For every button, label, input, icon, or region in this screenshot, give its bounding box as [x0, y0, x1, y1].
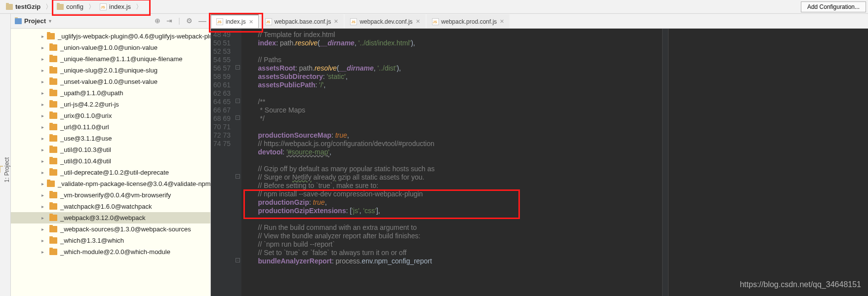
collapse-icon[interactable]: ⇥ — [166, 17, 172, 26]
editor-tab[interactable]: webpack.prod.conf.js✕ — [427, 14, 510, 28]
dropdown-icon: ▼ — [48, 19, 52, 24]
editor-tab[interactable]: webpack.base.conf.js✕ — [260, 14, 344, 28]
gear-icon[interactable]: ⚙ — [186, 17, 193, 26]
tree-item[interactable]: ▸_unique-filename@1.1.1@unique-filename — [11, 53, 210, 65]
expand-arrow-icon[interactable]: ▸ — [41, 181, 44, 186]
tree-item-label: _use@3.1.1@use — [60, 135, 112, 142]
tree-item[interactable]: ▸_use@3.1.1@use — [11, 133, 210, 144]
target-icon[interactable]: ⊕ — [155, 17, 160, 26]
expand-arrow-icon[interactable]: ▸ — [41, 79, 46, 84]
project-toolbar: ⊕ ⇥ | ⚙ — — [155, 17, 206, 26]
tree-item[interactable]: ▸_uglifyjs-webpack-plugin@0.4.6@uglifyjs… — [11, 31, 210, 42]
tree-item[interactable]: ▸_util@0.10.4@util — [11, 155, 210, 167]
breadcrumb-label: index.js — [109, 3, 131, 10]
fold-marker-icon[interactable]: − — [236, 65, 240, 70]
tree-item-label: _unset-value@1.0.0@unset-value — [60, 78, 158, 85]
project-pane: Project ▼ ⊕ ⇥ | ⚙ — ▸_uglifyjs-webpack-p… — [11, 14, 211, 296]
tree-item[interactable]: ▸_unset-value@1.0.0@unset-value — [11, 76, 210, 87]
tree-item[interactable]: ▸_webpack@3.12.0@webpack — [11, 212, 210, 223]
code-content[interactable]: // Template for index.html index: path.r… — [241, 29, 662, 296]
folder-icon — [49, 192, 57, 198]
tree-item-label: _which-module@2.0.0@which-module — [60, 248, 170, 256]
code-editor[interactable]: 48 49 50 51 52 53 54 55 56 57 58 59 60 6… — [211, 29, 868, 296]
tree-item-label: _validate-npm-package-license@3.0.4@vali… — [58, 180, 210, 187]
close-icon[interactable]: ✕ — [500, 18, 504, 25]
folder-icon — [49, 124, 57, 130]
error-stripe[interactable] — [662, 29, 668, 296]
expand-arrow-icon[interactable]: ▸ — [41, 45, 46, 50]
tree-item[interactable]: ▸_which-module@2.0.0@which-module — [11, 246, 210, 258]
breadcrumb-item-root[interactable]: testGzip — [2, 2, 44, 11]
breadcrumb-label: testGzip — [15, 3, 40, 10]
tree-item[interactable]: ▸_webpack-sources@1.3.0@webpack-sources — [11, 223, 210, 235]
editor-tab[interactable]: index.js✕ — [211, 14, 259, 28]
folder-icon — [49, 112, 57, 119]
expand-arrow-icon[interactable]: ▸ — [41, 124, 46, 130]
expand-arrow-icon[interactable]: ▸ — [41, 204, 46, 209]
expand-arrow-icon[interactable]: ▸ — [41, 170, 46, 175]
divider: | — [178, 17, 180, 26]
js-file-icon — [432, 18, 439, 25]
breadcrumb-item-file[interactable]: index.js — [96, 2, 135, 11]
expand-arrow-icon[interactable]: ▸ — [41, 136, 46, 141]
tree-item-label: _webpack@3.12.0@webpack — [60, 214, 145, 222]
expand-arrow-icon[interactable]: ▸ — [41, 34, 44, 39]
tree-item[interactable]: ▸_watchpack@1.6.0@watchpack — [11, 201, 210, 212]
folder-icon — [49, 135, 57, 142]
expand-arrow-icon[interactable]: ▸ — [41, 215, 46, 221]
fold-marker-icon[interactable]: − — [236, 99, 240, 103]
editor-tab[interactable]: webpack.dev.conf.js✕ — [345, 14, 425, 28]
folder-icon — [49, 158, 57, 164]
tree-item[interactable]: ▸_union-value@1.0.0@union-value — [11, 42, 210, 53]
tree-item[interactable]: ▸_validate-npm-package-license@3.0.4@val… — [11, 178, 210, 189]
editor-empty-space — [668, 29, 868, 296]
tree-item[interactable]: ▸_vm-browserify@0.0.4@vm-browserify — [11, 189, 210, 201]
fold-marker-icon[interactable]: − — [236, 174, 240, 179]
expand-arrow-icon[interactable]: ▸ — [41, 192, 46, 198]
folder-icon — [49, 203, 57, 210]
tree-item[interactable]: ▸_urix@0.1.0@urix — [11, 110, 210, 121]
tree-item[interactable]: ▸_util@0.10.3@util — [11, 144, 210, 155]
folder-icon — [47, 33, 55, 39]
close-icon[interactable]: ✕ — [334, 18, 338, 25]
tree-item[interactable]: ▸_util-deprecate@1.0.2@util-deprecate — [11, 167, 210, 178]
close-icon[interactable]: ✕ — [249, 19, 253, 25]
tree-item-label: _which@1.3.1@which — [60, 237, 124, 244]
expand-arrow-icon[interactable]: ▸ — [41, 68, 46, 73]
project-tool-label[interactable]: 1: Project — [3, 157, 10, 183]
tree-item-label: _watchpack@1.6.0@watchpack — [60, 203, 152, 210]
tree-item[interactable]: ▸_uri-js@4.2.2@uri-js — [11, 99, 210, 110]
chevron-right-icon: 〉 — [136, 2, 142, 11]
tab-label: webpack.prod.conf.js — [441, 18, 497, 25]
close-icon[interactable]: ✕ — [416, 18, 420, 25]
hide-icon[interactable]: — — [198, 17, 206, 26]
left-tool-gutter[interactable]: 1: Project — [0, 14, 11, 296]
tree-item-label: _webpack-sources@1.3.0@webpack-sources — [60, 225, 191, 233]
tree-item[interactable]: ▸_unique-slug@2.0.1@unique-slug — [11, 65, 210, 76]
tree-item[interactable]: ▸_upath@1.1.0@upath — [11, 87, 210, 99]
expand-arrow-icon[interactable]: ▸ — [41, 102, 46, 107]
breadcrumb[interactable]: testGzip 〉 config 〉 index.js 〉 — [2, 2, 143, 11]
tree-item[interactable]: ▸_url@0.11.0@url — [11, 121, 210, 133]
fold-marker-icon[interactable]: − — [236, 115, 240, 120]
folder-icon — [49, 169, 57, 176]
expand-arrow-icon[interactable]: ▸ — [41, 238, 46, 243]
expand-arrow-icon[interactable]: ▸ — [41, 147, 46, 152]
expand-arrow-icon[interactable]: ▸ — [41, 226, 46, 232]
folder-icon — [15, 18, 22, 24]
expand-arrow-icon[interactable]: ▸ — [41, 113, 46, 118]
expand-arrow-icon[interactable]: ▸ — [41, 158, 46, 164]
tree-item[interactable]: ▸_which@1.3.1@which — [11, 235, 210, 246]
breadcrumb-item-config[interactable]: config — [53, 2, 87, 11]
folder-icon — [49, 90, 57, 96]
project-tree[interactable]: ▸_uglifyjs-webpack-plugin@0.4.6@uglifyjs… — [11, 29, 210, 296]
fold-gutter[interactable]: −−−−− — [235, 29, 241, 296]
folder-icon — [47, 181, 55, 187]
expand-arrow-icon[interactable]: ▸ — [41, 249, 46, 255]
js-file-icon — [265, 18, 272, 25]
add-configuration-button[interactable]: Add Configuration... — [801, 1, 866, 12]
expand-arrow-icon[interactable]: ▸ — [41, 90, 46, 96]
project-title[interactable]: Project ▼ — [15, 17, 52, 25]
expand-arrow-icon[interactable]: ▸ — [41, 56, 46, 62]
fold-marker-icon[interactable]: − — [236, 258, 240, 262]
